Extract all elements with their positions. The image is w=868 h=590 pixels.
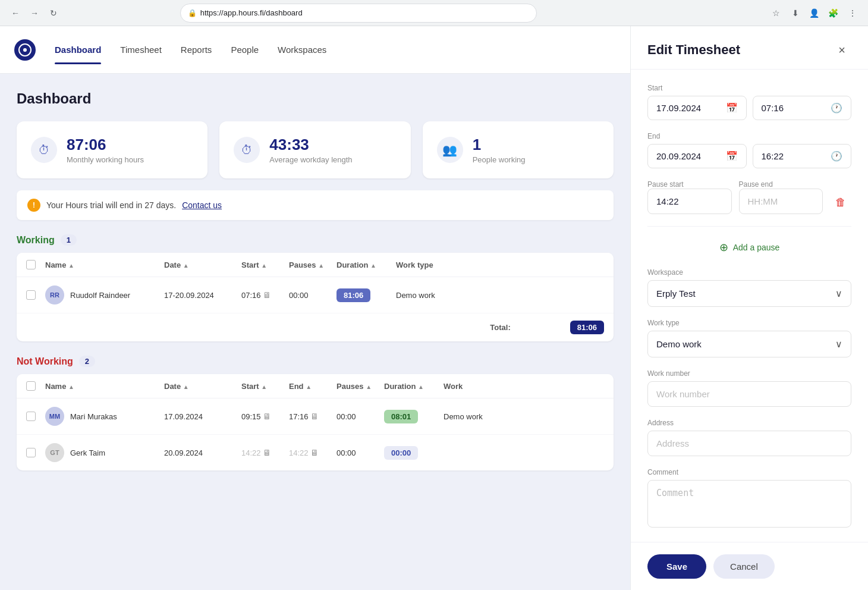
alert-banner: ! Your Hours trial will end in 27 days. … (17, 190, 614, 220)
edit-title: Edit Timesheet (647, 42, 740, 58)
start-rr: 07:16 🖥 (241, 290, 289, 300)
start-label: Start (647, 84, 851, 92)
chevron-down-icon: ∨ (835, 288, 842, 299)
end-date-input[interactable]: 20.09.2024 📅 (647, 144, 747, 168)
profile-button[interactable]: 👤 (806, 5, 823, 21)
not-working-title: Not Working (17, 356, 73, 367)
comment-textarea[interactable] (647, 480, 851, 528)
stat-card-avg: ⏱ 43:33 Average workday length (219, 121, 410, 178)
nav-item-dashboard[interactable]: Dashboard (55, 40, 101, 59)
lock-icon: 🔒 (188, 9, 197, 17)
duration-badge-rr[interactable]: 81:06 (336, 288, 370, 302)
nav-item-workspaces[interactable]: Workspaces (278, 40, 326, 59)
table-row: RR Ruudolf Raindeer 17-20.09.2024 07:16 … (17, 277, 614, 313)
start-time-input[interactable]: 07:16 🕐 (753, 96, 852, 120)
edit-body: Start 17.09.2024 📅 07:16 🕐 (631, 70, 868, 542)
total-row: Total: 81:06 (17, 313, 614, 341)
download-button[interactable]: ⬇ (787, 5, 804, 21)
start-date-value: 17.09.2024 (656, 103, 701, 113)
work-type-dropdown[interactable]: Demo work ∨ (647, 331, 851, 357)
svg-point-1 (23, 48, 27, 52)
end-group: End 20.09.2024 📅 16:22 🕐 (647, 132, 851, 168)
refresh-button[interactable]: ↻ (45, 5, 62, 21)
address-input[interactable] (647, 431, 851, 456)
col-date: Date ▲ (164, 261, 241, 269)
comment-label: Comment (647, 468, 851, 476)
comment-group: Comment (647, 468, 851, 528)
total-label: Total: (490, 323, 510, 332)
end-date-wrapper: 20.09.2024 📅 (647, 144, 747, 168)
nw-col-work: Work (444, 382, 515, 391)
stats-row: ⏱ 87:06 Monthly working hours ⏱ 43:33 Av… (17, 121, 614, 178)
table-row: MM Mari Murakas 17.09.2024 09:15 🖥 17:16… (17, 398, 614, 435)
pause-start-input[interactable]: 14:22 (647, 189, 732, 214)
col-worktype: Work type (396, 261, 467, 269)
work-number-input[interactable] (647, 381, 851, 407)
select-all-working[interactable] (26, 260, 36, 269)
alert-text: Your Hours trial will end in 27 days. (46, 200, 176, 210)
working-section-header: Working 1 (17, 234, 614, 246)
end-date-value: 20.09.2024 (656, 151, 701, 161)
working-table-header: Name ▲ Date ▲ Start ▲ Pauses ▲ Duration … (17, 253, 614, 277)
working-table: Name ▲ Date ▲ Start ▲ Pauses ▲ Duration … (17, 253, 614, 341)
save-button[interactable]: Save (647, 554, 706, 579)
select-all-not-working[interactable] (26, 381, 36, 391)
workspace-dropdown[interactable]: Erply Test ∨ (647, 280, 851, 307)
cancel-button[interactable]: Cancel (713, 554, 775, 579)
stat-value-people: 1 (473, 136, 526, 154)
start-time-value: 07:16 (762, 103, 784, 113)
work-number-group: Work number (647, 369, 851, 407)
extensions-button[interactable]: 🧩 (825, 5, 842, 21)
start-date-input[interactable]: 17.09.2024 📅 (647, 96, 747, 120)
delete-pause-button[interactable]: 🗑 (830, 192, 851, 213)
avatar-mm: MM (45, 407, 64, 426)
row-checkbox-gt[interactable] (26, 448, 36, 457)
edit-header: Edit Timesheet × (631, 26, 868, 70)
monitor-icon-mm-start: 🖥 (263, 412, 271, 421)
date-rr: 17-20.09.2024 (164, 291, 241, 300)
duration-rr: 81:06 (336, 291, 396, 300)
row-checkbox-mm[interactable] (26, 412, 36, 421)
col-duration: Duration ▲ (336, 261, 396, 269)
browser-actions: ☆ ⬇ 👤 🧩 ⋮ (768, 5, 861, 21)
end-mm: 17:16 🖥 (289, 412, 336, 421)
work-type-value: Demo work (656, 339, 702, 349)
avatar-gt: GT (45, 443, 64, 462)
table-row: GT Gerk Taim 20.09.2024 14:22 🖥 14:22 🖥 … (17, 435, 614, 470)
pause-end-input[interactable] (739, 189, 823, 214)
contact-us-link[interactable]: Contact us (182, 200, 222, 210)
address-label: Address (647, 419, 851, 427)
nav-item-timesheet[interactable]: Timesheet (120, 40, 161, 59)
close-button[interactable]: × (832, 40, 851, 59)
menu-button[interactable]: ⋮ (844, 5, 861, 21)
hours-icon: ⏱ (31, 137, 57, 163)
row-checkbox-rr[interactable] (26, 290, 36, 300)
end-time-input[interactable]: 16:22 🕐 (753, 144, 852, 168)
end-date-time: 20.09.2024 📅 16:22 🕐 (647, 144, 851, 168)
duration-badge-mm[interactable]: 08:01 (384, 410, 418, 423)
add-pause-button[interactable]: ⊕ Add a pause (647, 238, 851, 256)
start-mm: 09:15 🖥 (241, 412, 289, 421)
back-button[interactable]: ← (7, 5, 24, 21)
duration-badge-gt[interactable]: 00:00 (384, 446, 418, 460)
calendar-icon-start: 📅 (726, 102, 738, 114)
alert-icon: ! (27, 199, 40, 212)
workspace-value: Erply Test (656, 288, 696, 299)
bookmark-button[interactable]: ☆ (768, 5, 785, 21)
avg-icon: ⏱ (234, 137, 260, 163)
page-title: Dashboard (17, 90, 614, 107)
address-bar[interactable]: 🔒 https://app.hours.fi/dashboard (180, 4, 537, 23)
stat-label-people: People working (473, 155, 526, 164)
workspace-label: Workspace (647, 268, 851, 277)
name-cell-gt: GT Gerk Taim (45, 443, 164, 462)
col-pauses: Pauses ▲ (289, 261, 336, 269)
nav-item-people[interactable]: People (231, 40, 259, 59)
nw-col-date: Date ▲ (164, 382, 241, 391)
nav-item-reports[interactable]: Reports (181, 40, 212, 59)
name-gt: Gerk Taim (70, 448, 105, 457)
start-gt: 14:22 🖥 (241, 448, 289, 457)
forward-button[interactable]: → (26, 5, 43, 21)
edit-footer: Save Cancel (631, 542, 868, 590)
monitor-icon-gt-start: 🖥 (263, 448, 271, 457)
nav-buttons: ← → ↻ (7, 5, 62, 21)
